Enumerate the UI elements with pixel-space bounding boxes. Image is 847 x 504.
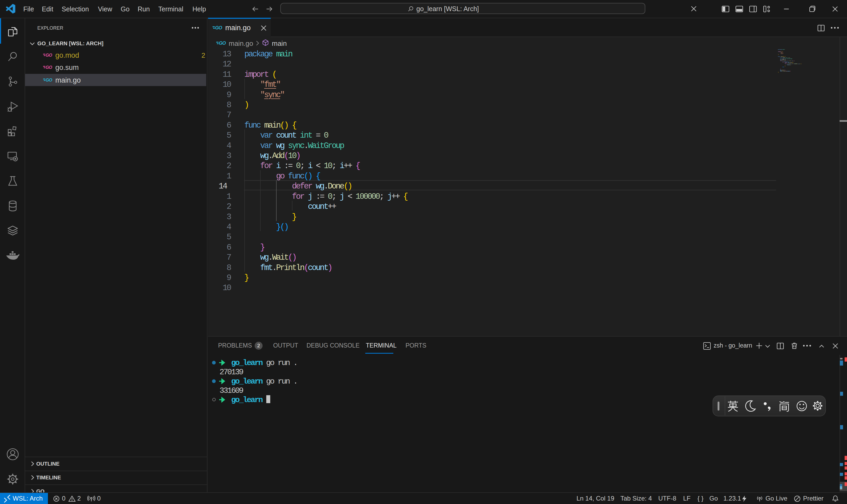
svg-text:GO: GO	[46, 65, 52, 70]
svg-text:GO: GO	[219, 40, 226, 46]
svg-text:GO: GO	[215, 25, 222, 31]
svg-text:GO: GO	[46, 53, 52, 58]
svg-text:GO: GO	[46, 77, 52, 83]
